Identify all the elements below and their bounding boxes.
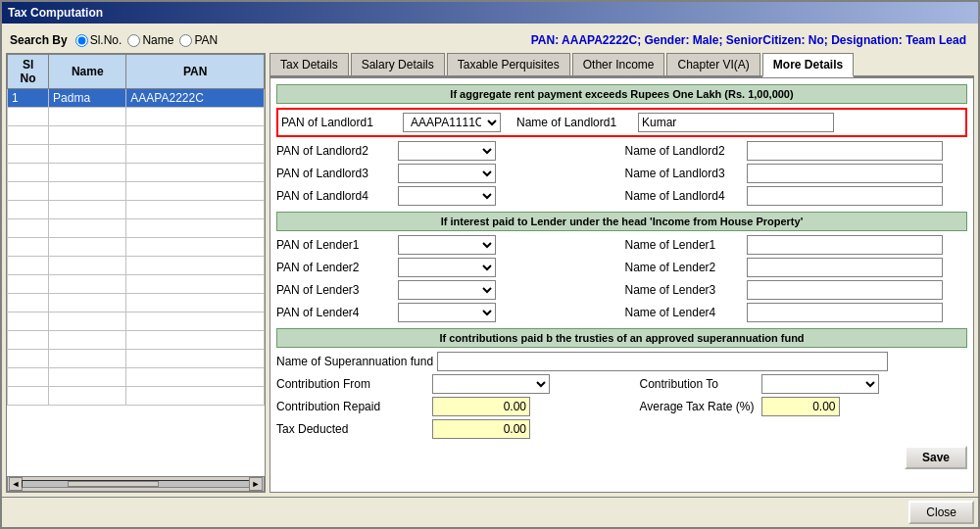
lender1-pan-select[interactable] [398,235,496,255]
lender4-pan-label: PAN of Lender4 [276,306,394,319]
landlord2-name-input[interactable] [747,141,943,161]
save-button[interactable]: Save [905,446,967,469]
table-row-empty-16 [8,387,265,406]
landlord3-row: PAN of Landlord3 Name of Landlord3 [276,164,967,183]
main-section: SlNo Name PAN 1 Padma AAAPA2222C [6,53,974,493]
landlord2-row: PAN of Landlord2 Name of Landlord2 [276,141,967,161]
contribution-from-select[interactable] [432,374,550,394]
lender2-name-label: Name of Lender2 [625,261,743,274]
lender3-pan-select[interactable] [398,280,496,300]
scroll-right-arrow[interactable]: ► [249,477,263,491]
table-row-empty-10 [8,275,265,294]
tab-salary-details[interactable]: Salary Details [351,53,445,75]
lender4-row: PAN of Lender4 Name of Lender4 [276,303,967,322]
employee-table: SlNo Name PAN 1 Padma AAAPA2222C [7,54,265,406]
landlord1-pan-select[interactable]: AAAPA1111C [403,113,501,132]
search-bar: Search By Sl.No. Name PAN PAN: AAAPA2222… [6,27,974,53]
landlord1-name-input[interactable] [638,113,834,132]
radio-slno[interactable]: Sl.No. [75,33,122,47]
landlord3-name-input[interactable] [747,164,943,183]
landlord4-pan-select[interactable] [398,186,496,206]
lender4-name-input[interactable] [747,303,943,322]
horizontal-scrollbar[interactable]: ◄ ► [7,476,265,492]
tax-deducted-row: Tax Deducted [276,419,967,439]
search-label: Search By [10,33,68,47]
radio-group: Sl.No. Name PAN [75,33,219,47]
lender3-row: PAN of Lender3 Name of Lender3 [276,280,967,300]
lender4-pan-select[interactable] [398,303,496,322]
tax-deducted-label: Tax Deducted [276,422,428,436]
rent-section-header: If aggregate rent payment exceeds Rupees… [276,84,967,104]
tab-chapter-via[interactable]: Chapter VI(A) [666,53,760,75]
tab-taxable-perquisites[interactable]: Taxable Perquisites [447,53,570,75]
tab-more-details[interactable]: More Details [762,53,854,77]
left-panel: SlNo Name PAN 1 Padma AAAPA2222C [6,53,266,493]
save-row: Save [276,442,967,473]
landlord1-pan-label: PAN of Landlord1 [281,116,399,129]
tab-other-income[interactable]: Other Income [572,53,665,75]
tab-tax-details[interactable]: Tax Details [270,53,349,75]
info-bar: PAN: AAAPA2222C; Gender: Male; SeniorCit… [527,30,970,50]
landlord3-pan-select[interactable] [398,164,496,183]
lender1-name-input[interactable] [747,235,943,255]
close-bar: Close [2,497,978,527]
lender4-name-label: Name of Lender4 [625,306,743,319]
landlord3-pan-label: PAN of Landlord3 [276,167,394,180]
landlord1-row: PAN of Landlord1 AAAPA1111C Name of Land… [276,108,967,137]
contribution-to-label: Contribution To [640,377,758,391]
scroll-left-arrow[interactable]: ◄ [9,477,23,491]
lender3-name-input[interactable] [747,280,943,300]
lender2-row: PAN of Lender2 Name of Lender2 [276,258,967,277]
scrollbar-thumb[interactable] [68,481,158,487]
contribution-repaid-label: Contribution Repaid [276,400,428,413]
table-row-empty-6 [8,201,265,219]
radio-name[interactable]: Name [127,33,173,47]
radio-pan[interactable]: PAN [179,33,218,47]
landlord4-name-input[interactable] [747,186,943,206]
contribution-repaid-input[interactable] [432,397,530,416]
tax-deducted-input[interactable] [432,419,530,439]
contribution-from-to-row: Contribution From Contribution To [276,374,967,394]
close-button[interactable]: Close [908,501,974,524]
table-row-empty-8 [8,238,265,257]
avg-tax-rate-label: Average Tax Rate (%) [640,400,758,413]
fund-name-input[interactable] [437,352,888,371]
table-row[interactable]: 1 Padma AAAPA2222C [8,89,265,108]
landlord4-pan-label: PAN of Landlord4 [276,189,394,203]
table-row-empty-3 [8,145,265,164]
cell-slno: 1 [8,89,49,108]
landlord2-pan-select[interactable] [398,141,496,161]
lender1-row: PAN of Lender1 Name of Lender1 [276,235,967,255]
lender1-pan-label: PAN of Lender1 [276,238,394,252]
lender2-pan-select[interactable] [398,258,496,277]
table-row-empty-15 [8,368,265,387]
table-row-empty-9 [8,257,265,275]
avg-tax-rate-input[interactable] [761,397,840,416]
table-row-empty-5 [8,182,265,201]
contribution-from-label: Contribution From [276,377,428,391]
content-area: Search By Sl.No. Name PAN PAN: AAAPA2222… [2,24,978,497]
contribution-to-select[interactable] [761,374,879,394]
scrollbar-track[interactable] [22,480,250,488]
table-row-empty-4 [8,164,265,182]
table-row-empty-13 [8,331,265,350]
col-pan: PAN [126,55,265,89]
superannuation-section-header: If contributions paid b the trusties of … [276,328,967,348]
landlord2-pan-label: PAN of Landlord2 [276,144,394,158]
col-name: Name [49,55,126,89]
tabs-bar: Tax Details Salary Details Taxable Perqu… [270,53,974,77]
landlord1-name-label: Name of Landlord1 [516,116,634,129]
landlord3-name-label: Name of Landlord3 [625,167,743,180]
main-window: Tax Computation Search By Sl.No. Name PA… [0,0,980,529]
lender2-pan-label: PAN of Lender2 [276,261,394,274]
table-row-empty-12 [8,313,265,331]
lender3-name-label: Name of Lender3 [625,283,743,297]
window-title: Tax Computation [8,6,103,20]
title-bar: Tax Computation [2,2,978,24]
fund-name-row: Name of Superannuation fund [276,352,967,371]
lender2-name-input[interactable] [747,258,943,277]
lender1-name-label: Name of Lender1 [625,238,743,252]
cell-pan: AAAPA2222C [126,89,265,108]
table-row-empty-1 [8,108,265,126]
lender-section-header: If interest paid to Lender under the hea… [276,212,967,231]
